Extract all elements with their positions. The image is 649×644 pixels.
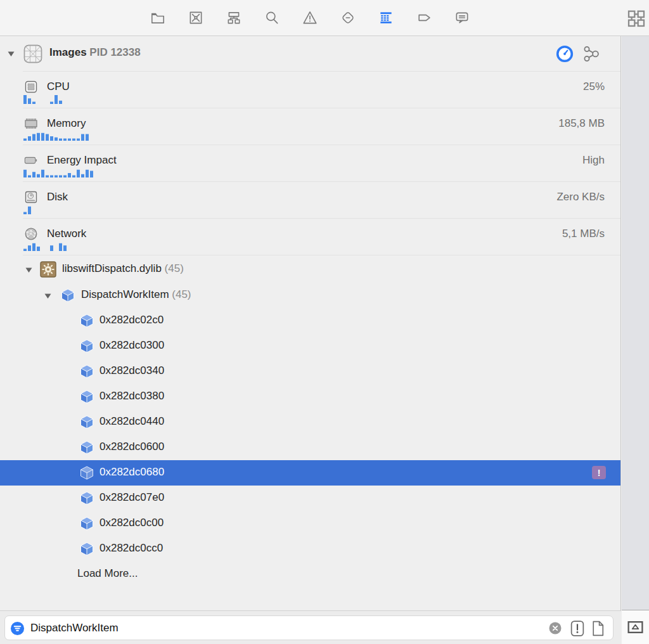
tab-issue-navigator[interactable] [302, 10, 318, 26]
instance-cube-icon [79, 515, 95, 532]
stat-label: Memory [47, 117, 86, 130]
instance-row[interactable]: 0x282dc0c00 [0, 511, 620, 536]
stat-value: Zero KB/s [556, 191, 605, 203]
debug-area-corner [622, 610, 649, 644]
app-placeholder-icon [23, 44, 43, 64]
navigator-bar [0, 0, 649, 36]
instance-cube-icon [79, 439, 95, 456]
show-workspace-only-icon[interactable] [591, 620, 605, 637]
report-bubble-icon [454, 10, 470, 26]
stat-row-network[interactable]: Network5,1 MB/s [0, 219, 620, 255]
stat-row-energy-impact[interactable]: Energy ImpactHigh [0, 145, 620, 182]
instance-cube-icon [79, 414, 95, 430]
library-label: libswiftDispatch.dylib (45) [62, 262, 184, 275]
disclosure-triangle-icon[interactable] [6, 49, 16, 58]
instance-row[interactable]: 0x282dc0cc0 [0, 536, 620, 562]
disclosure-triangle-icon[interactable] [24, 266, 34, 274]
class-cube-icon [60, 287, 76, 304]
tab-report-navigator[interactable] [454, 10, 470, 26]
process-header-row[interactable]: Images PID 12338 [0, 36, 620, 72]
stat-sparkline [23, 204, 32, 217]
navigator-tabs [150, 10, 470, 26]
load-more-label[interactable]: Load More... [77, 567, 138, 580]
performance-stats: CPU25%Memory185,8 MBEnergy ImpactHighDis… [0, 72, 620, 255]
tab-project-navigator[interactable] [150, 10, 166, 26]
tab-find-navigator[interactable] [264, 10, 280, 26]
class-label: DispatchWorkItem (45) [81, 288, 191, 301]
instance-address: 0x282dc0680 [100, 466, 164, 479]
symbol-hierarchy-icon [226, 10, 242, 26]
instance-cube-icon [79, 541, 95, 557]
stat-label: CPU [47, 80, 70, 93]
filter-icon[interactable] [10, 621, 25, 636]
instance-cube-icon [79, 338, 95, 354]
debug-list-icon [378, 10, 394, 26]
stat-value: 25% [583, 80, 605, 93]
instance-address: 0x282dc0300 [100, 339, 164, 352]
stat-value: High [582, 154, 605, 167]
instance-list: 0x282dc02c00x282dc03000x282dc03400x282dc… [0, 308, 620, 562]
node-squares-icon[interactable] [626, 8, 646, 29]
instance-row[interactable]: 0x282dc0680! [0, 460, 620, 486]
instance-address: 0x282dc02c0 [100, 314, 164, 326]
stat-row-disk[interactable]: DiskZero KB/s [0, 182, 620, 219]
filter-input[interactable] [30, 616, 360, 640]
instance-address: 0x282dc07e0 [100, 491, 164, 504]
disk-icon [23, 189, 39, 205]
disclosure-triangle-icon[interactable] [43, 292, 53, 300]
instance-address: 0x282dc0440 [100, 415, 164, 428]
stat-value: 185,8 MB [558, 117, 605, 130]
instance-row[interactable]: 0x282dc0380 [0, 384, 620, 409]
stat-label: Network [47, 228, 86, 240]
stat-sparkline [23, 167, 94, 180]
tab-source-control-navigator[interactable] [188, 10, 204, 26]
tab-debug-navigator[interactable] [378, 10, 394, 26]
tab-symbol-navigator[interactable] [226, 10, 242, 26]
tab-breakpoint-navigator[interactable] [416, 10, 432, 26]
memory-graph-icon[interactable] [582, 44, 601, 63]
tab-test-navigator[interactable] [340, 10, 356, 26]
runtime-issue-badge[interactable]: ! [592, 466, 606, 479]
debug-navigator-panel: Images PID 12338 CPU25%Memory185,8 MBEne… [0, 36, 621, 644]
performance-gauge-icon[interactable] [555, 44, 574, 63]
process-pid: PID 12338 [89, 46, 140, 58]
instance-address: 0x282dc0c00 [100, 517, 164, 529]
editor-edge-strip [622, 36, 649, 610]
tree-row-class[interactable]: DispatchWorkItem (45) [0, 283, 620, 308]
framework-gear-icon [39, 261, 57, 278]
network-icon [23, 226, 39, 242]
load-more-row[interactable]: Load More... [0, 562, 620, 587]
instance-cube-icon [79, 389, 95, 405]
instance-row[interactable]: 0x282dc0440 [0, 409, 620, 435]
warning-icon [302, 10, 318, 26]
process-title: Images PID 12338 [49, 46, 141, 59]
stat-row-cpu[interactable]: CPU25% [0, 72, 620, 108]
cpu-icon [23, 79, 39, 95]
source-control-icon [188, 10, 204, 26]
instance-cube-icon [79, 312, 95, 329]
instance-address: 0x282dc0340 [100, 364, 164, 377]
instance-address: 0x282dc0380 [100, 390, 164, 402]
memory-icon [23, 115, 39, 132]
stat-row-memory[interactable]: Memory185,8 MB [0, 108, 620, 145]
toggle-debug-area-icon[interactable] [627, 619, 644, 636]
instance-cube-icon [79, 363, 95, 380]
instance-address: 0x282dc0cc0 [100, 542, 163, 555]
instance-cube-icon [79, 490, 95, 506]
filter-field[interactable] [4, 615, 614, 640]
test-diamond-icon [340, 10, 356, 26]
instance-row[interactable]: 0x282dc0340 [0, 359, 620, 384]
filter-bar [0, 610, 621, 644]
battery-icon [23, 152, 39, 169]
instance-row[interactable]: 0x282dc07e0 [0, 486, 620, 511]
stat-sparkline [23, 131, 90, 143]
breakpoint-tag-icon [416, 10, 432, 26]
instance-row[interactable]: 0x282dc0300 [0, 333, 620, 359]
instance-row[interactable]: 0x282dc0600 [0, 435, 620, 460]
tree-row-library[interactable]: libswiftDispatch.dylib (45) [0, 255, 620, 283]
clear-filter-icon[interactable] [548, 621, 562, 635]
instance-row[interactable]: 0x282dc02c0 [0, 308, 620, 333]
search-icon [264, 10, 280, 26]
stat-label: Disk [47, 191, 68, 203]
show-issues-only-icon[interactable] [570, 620, 585, 637]
